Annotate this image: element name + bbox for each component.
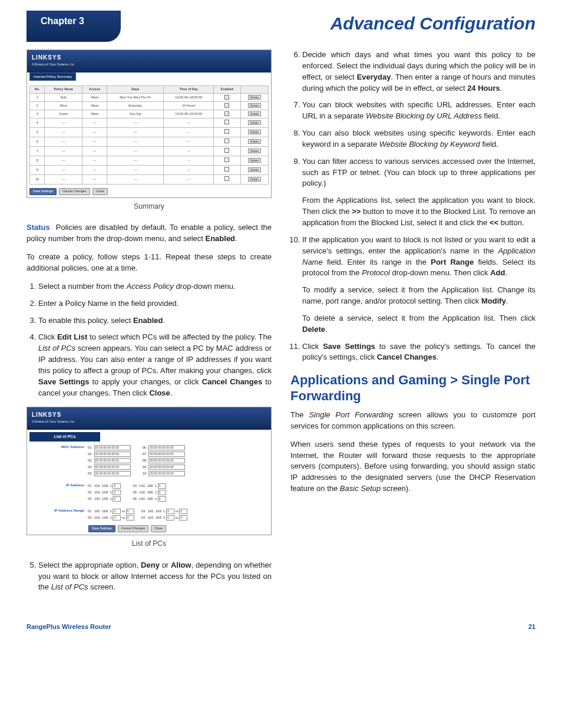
row-index: 10 (141, 470, 148, 477)
table-cell: Allow (82, 94, 107, 102)
figure-header: LINKSYS A Division of Cisco Systems, Inc… (27, 407, 271, 430)
mac-input[interactable]: 00:00:00:00:00:00 (94, 445, 131, 450)
enabled-checkbox[interactable]: ✓ (224, 95, 229, 100)
save-settings-button[interactable]: Save Settings (29, 188, 57, 195)
mac-input[interactable]: 00:00:00:00:00:00 (148, 471, 185, 476)
table-cell: ✓ (214, 102, 241, 110)
step-2: Enter a Policy Name in the field provide… (38, 298, 272, 309)
mac-input[interactable]: 00:00:00:00:00:00 (94, 452, 131, 457)
table-cell: 24 Hours (164, 102, 214, 110)
table-cell (214, 128, 241, 137)
mac-input[interactable]: 00:00:00:00:00:00 (148, 452, 185, 457)
steps-list-left: Select a number from the Access Policy d… (27, 281, 272, 399)
table-cell: Allow (82, 102, 107, 110)
table-header: Enabled (214, 86, 241, 94)
table-cell: --- (82, 147, 107, 156)
spf-paragraph-1: The Single Port Forwarding screen allows… (290, 410, 535, 432)
mac-input[interactable]: 00:00:00:00:00:00 (148, 445, 185, 450)
linksys-logo: LINKSYS (32, 411, 266, 420)
enabled-checkbox[interactable] (224, 129, 229, 134)
table-cell: Delete (240, 118, 268, 128)
row-index: 06 (141, 444, 148, 451)
ip-input[interactable]: 0 (158, 483, 166, 489)
delete-button[interactable]: Delete (248, 177, 261, 182)
ip-prefix: 192. 168. 1. (139, 497, 158, 500)
table-cell: --- (45, 128, 82, 137)
steps-list-left-cont: Select the appropriate option, Deny or A… (27, 560, 272, 594)
mac-input[interactable]: 00:00:00:00:00:00 (94, 458, 131, 463)
ip-input[interactable]: 0 (158, 490, 166, 495)
table-cell: Delete (240, 128, 268, 137)
range-from-input[interactable]: 0 (113, 515, 121, 521)
table-cell: --- (82, 118, 107, 128)
table-row: 5------------Delete (30, 128, 269, 137)
enabled-checkbox[interactable]: ✓ (224, 103, 229, 108)
table-cell: --- (82, 156, 107, 166)
status-paragraph: Status Policies are disabled by default.… (27, 222, 272, 245)
figure-summary: LINKSYS A Division of Cisco Systems, Inc… (27, 50, 272, 198)
table-cell: 10 (30, 175, 45, 185)
table-cell: ✓ (214, 94, 241, 102)
delete-button[interactable]: Delete (248, 149, 261, 153)
save-settings-button[interactable]: Save Settings (88, 525, 115, 532)
range-from-input[interactable]: 0 (166, 509, 174, 514)
table-row: 7------------Delete (30, 147, 269, 156)
step-10: If the application you want to block is … (302, 235, 535, 335)
row-index: 04 (131, 483, 138, 489)
delete-button[interactable]: Delete (248, 139, 261, 144)
ip-prefix: 192. 168. 1. (94, 509, 113, 513)
footer-page-number: 21 (528, 622, 535, 632)
delete-button[interactable]: Delete (248, 167, 261, 172)
table-cell: Guest (45, 110, 82, 118)
table-header (240, 86, 268, 94)
delete-button[interactable]: Delete (248, 130, 261, 134)
delete-button[interactable]: Delete (248, 103, 261, 108)
range-to-input[interactable]: 0 (179, 509, 187, 514)
mac-input[interactable]: 00:00:00:00:00:00 (94, 471, 131, 476)
mac-input[interactable]: 00:00:00:00:00:00 (148, 458, 185, 463)
delete-button[interactable]: Delete (248, 95, 261, 100)
close-button[interactable]: Close (151, 525, 166, 532)
row-index: 03 (140, 508, 147, 515)
range-to-input[interactable]: 0 (179, 515, 187, 521)
create-policy-paragraph: To create a policy, follow steps 1-11. R… (27, 252, 272, 274)
table-cell: --- (45, 118, 82, 128)
cancel-changes-button[interactable]: Cancel Changes (59, 188, 90, 195)
close-button[interactable]: Close (92, 188, 108, 195)
enabled-checkbox[interactable] (224, 139, 229, 143)
ip-address-label: IP Address (29, 482, 85, 503)
step-8: You can also block websites using specif… (302, 128, 535, 150)
table-cell: --- (45, 147, 82, 156)
delete-button[interactable]: Delete (248, 158, 261, 163)
table-cell: Delete (240, 147, 268, 156)
ip-input[interactable]: 0 (113, 496, 121, 502)
range-from-input[interactable]: 0 (113, 509, 121, 514)
range-to-input[interactable]: 0 (126, 515, 134, 521)
enabled-checkbox[interactable] (224, 176, 229, 181)
delete-button[interactable]: Delete (248, 120, 261, 125)
delete-button[interactable]: Delete (248, 111, 261, 116)
ip-input[interactable]: 0 (158, 496, 166, 502)
table-cell: --- (107, 147, 164, 156)
enabled-checkbox[interactable] (224, 167, 229, 172)
mac-input[interactable]: 00:00:00:00:00:00 (94, 465, 131, 470)
ip-input[interactable]: 0 (113, 483, 121, 489)
enabled-checkbox[interactable]: ✓ (224, 111, 229, 116)
range-to-input[interactable]: 0 (126, 509, 134, 514)
enabled-checkbox[interactable] (224, 148, 229, 153)
step-4: Click Edit List to select which PCs will… (38, 332, 272, 398)
enabled-checkbox[interactable] (224, 157, 229, 162)
ip-input[interactable]: 0 (113, 490, 121, 495)
table-cell: --- (107, 128, 164, 137)
row-index: 07 (141, 451, 148, 457)
table-row: 9------------Delete (30, 166, 269, 175)
table-cell: Delete (240, 102, 268, 110)
enabled-checkbox[interactable] (224, 120, 229, 124)
table-cell: 16:00:00–18:00:00 (164, 94, 214, 102)
range-from-input[interactable]: 0 (166, 515, 174, 521)
mac-input[interactable]: 00:00:00:00:00:00 (148, 465, 185, 470)
step-9: You can filter access to various service… (302, 156, 535, 229)
cancel-changes-button[interactable]: Cancel Changes (118, 525, 149, 532)
policy-summary-table: No.Policy NameAccessDaysTime of DayEnabl… (29, 85, 269, 185)
step-11: Click Save Settings to save the policy's… (302, 341, 535, 364)
